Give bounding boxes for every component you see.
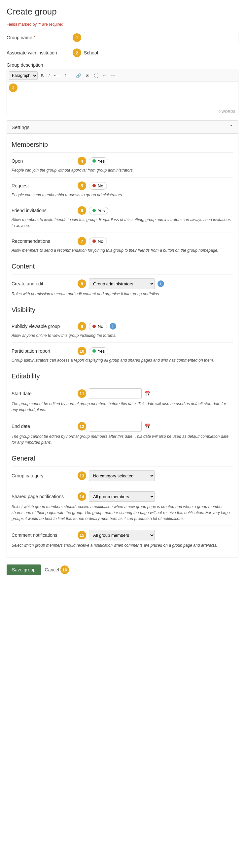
visibility-section: Visibility Publicly viewable group 9 No … [11, 306, 234, 367]
step-7-badge: 7 [78, 237, 86, 245]
save-group-button[interactable]: Save group [7, 564, 41, 575]
request-row: Request 5 No [11, 182, 234, 190]
start-date-calendar-icon[interactable]: 📅 [144, 391, 151, 397]
participation-report-row: Participation report 10 Yes [11, 347, 234, 355]
recommendations-setting: Recommendations 7 No Allow members to se… [11, 232, 234, 257]
step-4-badge: 4 [78, 157, 86, 165]
step-6-badge: 6 [78, 206, 86, 215]
recommendations-row: Recommendations 7 No [11, 237, 234, 245]
request-dot [92, 184, 96, 187]
friend-invitations-label: Friend invitations [11, 208, 78, 213]
publicly-viewable-value: No [98, 324, 103, 329]
italic-button[interactable]: I [47, 72, 51, 79]
membership-title: Membership [11, 141, 234, 149]
end-date-label: End date [11, 424, 78, 429]
create-edit-select[interactable]: Group administrators All members [89, 278, 155, 289]
settings-label: Settings [11, 124, 29, 130]
start-date-setting: Start date 11 📅 The group cannot be edit… [11, 384, 234, 417]
publicly-viewable-toggle[interactable]: No [89, 323, 107, 330]
group-name-input[interactable] [84, 32, 238, 43]
open-row: Open 4 Yes [11, 157, 234, 165]
end-date-container: 📅 [89, 421, 151, 432]
recommendations-toggle[interactable]: No [89, 238, 107, 245]
editor-body[interactable]: 3 [7, 82, 238, 108]
step-3-badge: 3 [9, 84, 18, 92]
settings-header[interactable]: Settings ⌃ [7, 121, 238, 134]
shared-page-notifications-help: Select which group members should receiv… [11, 504, 234, 522]
participation-report-help: Group administrators can access a report… [11, 357, 234, 363]
word-count: 0 WORDS [7, 108, 238, 115]
editor-toolbar: Paragraph B I •― 1― 🔗 ✉ ⛶ ↩ ↪ [7, 70, 238, 82]
participation-report-label: Participation report [11, 348, 78, 354]
friend-invitations-toggle[interactable]: Yes [89, 207, 108, 214]
step-10-badge: 10 [78, 347, 86, 355]
editability-section: Editability Start date 11 📅 The group ca… [11, 372, 234, 450]
institution-value: School [84, 50, 98, 55]
group-category-setting: Group category 13 No category selected [11, 466, 234, 487]
settings-section: Settings ⌃ Membership Open 4 Yes [7, 120, 238, 558]
publicly-viewable-help: Allow anyone online to view this group i… [11, 333, 234, 339]
step-8-badge: 8 [78, 279, 86, 288]
associate-institution-row: Associate with institution 2 School [7, 49, 238, 57]
participation-report-dot [92, 349, 96, 353]
cancel-link[interactable]: Cancel 16 [45, 565, 72, 574]
recommendations-help: Allow members to send a recommendation f… [11, 247, 234, 253]
group-description-section: Group description Paragraph B I •― 1― 🔗 … [7, 62, 238, 115]
general-title: General [11, 455, 234, 462]
undo-button[interactable]: ↩ [101, 72, 108, 79]
step-14-badge: 14 [78, 492, 86, 501]
open-toggle[interactable]: Yes [89, 157, 108, 165]
comment-notifications-label: Comment notifications [11, 532, 78, 538]
comment-notifications-setting: Comment notifications 15 All group membe… [11, 526, 234, 552]
group-category-label: Group category [11, 473, 78, 478]
redo-button[interactable]: ↪ [110, 72, 116, 79]
start-date-row: Start date 11 📅 [11, 388, 234, 399]
step-12-badge: 12 [78, 422, 86, 431]
required-note: Fields marked by '*' are required. [7, 22, 238, 27]
editability-title: Editability [11, 372, 234, 380]
comment-notifications-select[interactable]: All group members Group administrators o… [89, 530, 155, 540]
open-value: Yes [98, 159, 105, 164]
link-button[interactable]: 🔗 [74, 72, 83, 79]
create-edit-info-icon[interactable]: i [158, 280, 164, 287]
open-setting: Open 4 Yes People can join the group wit… [11, 152, 234, 177]
shared-page-notifications-label: Shared page notifications [11, 494, 78, 499]
end-date-setting: End date 12 📅 The group cannot be edited… [11, 417, 234, 450]
group-name-label: Group name * [7, 35, 73, 40]
participation-report-toggle[interactable]: Yes [89, 347, 108, 355]
publicly-viewable-info-icon[interactable]: i [110, 323, 116, 330]
start-date-help: The group cannot be edited by normal gro… [11, 401, 234, 413]
end-date-calendar-icon[interactable]: 📅 [144, 423, 151, 430]
open-dot [92, 159, 96, 163]
shared-page-notifications-select[interactable]: All group members Group administrators o… [89, 491, 155, 502]
start-date-input[interactable] [89, 388, 142, 399]
page-container: Create group Fields marked by '*' are re… [0, 0, 245, 585]
ordered-list-button[interactable]: 1― [63, 72, 73, 79]
publicly-viewable-setting: Publicly viewable group 9 No i Allow any… [11, 318, 234, 342]
group-category-select[interactable]: No category selected [89, 470, 155, 481]
image-button[interactable]: ⛶ [92, 72, 100, 79]
bold-button[interactable]: B [39, 72, 45, 79]
editor-container: Paragraph B I •― 1― 🔗 ✉ ⛶ ↩ ↪ 3 0 WORDS [7, 70, 238, 115]
unlink-button[interactable]: ✉ [84, 72, 91, 79]
step-16-badge: 16 [60, 565, 69, 574]
shared-page-notifications-setting: Shared page notifications 14 All group m… [11, 487, 234, 526]
step-1-badge: 1 [73, 33, 81, 42]
unordered-list-button[interactable]: •― [53, 72, 62, 79]
recommendations-label: Recommendations [11, 239, 78, 244]
page-title: Create group [7, 7, 238, 17]
friend-invitations-row: Friend invitations 6 Yes [11, 206, 234, 215]
recommendations-value: No [98, 239, 103, 244]
visibility-title: Visibility [11, 306, 234, 314]
button-row: Save group Cancel 16 [7, 564, 238, 575]
request-help: People can send membership requests to g… [11, 192, 234, 198]
friend-invitations-value: Yes [98, 208, 105, 213]
general-section: General Group category 13 No category se… [11, 455, 234, 552]
paragraph-select[interactable]: Paragraph [9, 71, 38, 80]
end-date-input[interactable] [89, 421, 142, 432]
request-toggle[interactable]: No [89, 182, 107, 190]
end-date-help: The group cannot be edited by normal gro… [11, 434, 234, 445]
shared-page-notifications-row: Shared page notifications 14 All group m… [11, 491, 234, 502]
create-edit-row: Create and edit 8 Group administrators A… [11, 278, 234, 289]
open-label: Open [11, 158, 78, 164]
